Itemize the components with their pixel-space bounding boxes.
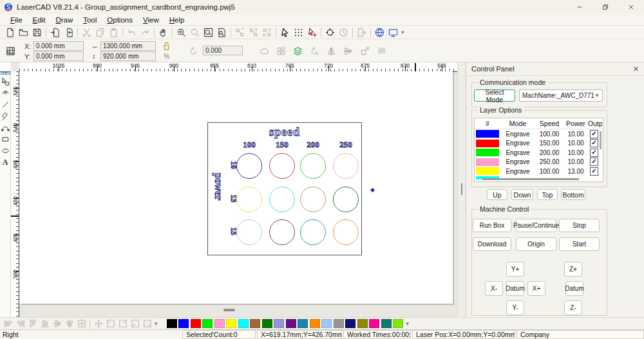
lock-ratio-icon[interactable]: [160, 40, 173, 52]
layer-color-swatch[interactable]: [476, 140, 499, 147]
jog-yplus-button[interactable]: Y+: [506, 262, 524, 277]
array-icon[interactable]: [292, 26, 305, 39]
toolbar-overflow-icon[interactable]: ▾: [401, 29, 404, 35]
align-overflow-icon[interactable]: ▾: [155, 320, 158, 327]
select-mode-button[interactable]: Select Mode: [474, 89, 515, 102]
pick-add-icon[interactable]: [305, 26, 319, 39]
pause-continue-button[interactable]: Pause/Continue: [516, 219, 556, 232]
display-icon[interactable]: [386, 26, 400, 39]
palette-color-swatch[interactable]: [393, 319, 403, 328]
x-position-input[interactable]: [33, 41, 84, 51]
width-input[interactable]: [100, 41, 156, 51]
layer-row[interactable]: Engrave150.0010.00✓: [475, 139, 603, 149]
rotate-angle-input[interactable]: [203, 46, 243, 55]
palette-color-swatch[interactable]: [274, 319, 284, 328]
layer-speed-cell[interactable]: 250.00: [535, 158, 564, 165]
jog-zminus-button[interactable]: Z-: [564, 300, 582, 315]
test-circle[interactable]: [300, 153, 326, 179]
test-circle[interactable]: [300, 219, 326, 245]
pen-tool[interactable]: [1, 111, 10, 121]
horizontal-scrollbar-thumb[interactable]: [223, 309, 235, 311]
stop-button[interactable]: Stop: [559, 219, 600, 232]
menu-help[interactable]: Help: [164, 15, 190, 24]
test-circle[interactable]: [300, 187, 326, 212]
minimize-button[interactable]: [567, 0, 592, 14]
test-circle[interactable]: [269, 187, 295, 212]
vertical-scrollbar-thumb[interactable]: [461, 183, 462, 195]
rectangle-tool[interactable]: [1, 134, 10, 144]
origin-button[interactable]: Origin: [516, 237, 556, 251]
network-icon[interactable]: [373, 26, 386, 39]
layer-speed-cell[interactable]: 150.00: [535, 140, 564, 147]
layer-mode-cell[interactable]: Engrave: [500, 149, 535, 156]
layer-color-swatch[interactable]: [476, 167, 499, 175]
palette-color-swatch[interactable]: [262, 319, 272, 328]
control-panel-close-icon[interactable]: ✕: [633, 65, 639, 73]
canvas-area[interactable]: 1035990945900855810765720675630585 58554…: [11, 62, 457, 317]
layer-row[interactable]: Engrave100.0013.00✓: [475, 167, 603, 176]
palette-color-swatch[interactable]: [226, 319, 236, 328]
menu-edit[interactable]: Edit: [28, 15, 51, 24]
palette-overflow-icon[interactable]: ▾: [406, 320, 410, 327]
layer-power-cell[interactable]: 10.00: [564, 149, 588, 156]
palette-color-swatch[interactable]: [238, 319, 249, 328]
new-icon[interactable]: [3, 26, 17, 39]
layer-color-swatch[interactable]: [476, 149, 499, 156]
layer-output-checkbox[interactable]: ✓: [590, 149, 598, 157]
curve-edit-tool[interactable]: [1, 88, 10, 98]
engraving-test-design[interactable]: speed100150200250power101315: [207, 122, 362, 255]
test-circle[interactable]: [333, 153, 359, 179]
palette-color-swatch[interactable]: [321, 319, 332, 328]
layer-output-checkbox[interactable]: ✓: [590, 139, 598, 147]
layer-table-hscrollbar[interactable]: [482, 178, 579, 180]
jog-xminus-button[interactable]: X-: [485, 281, 503, 296]
layer-output-checkbox[interactable]: ✓: [590, 167, 598, 176]
palette-color-swatch[interactable]: [334, 319, 344, 328]
palette-color-swatch[interactable]: [381, 319, 392, 328]
y-position-input[interactable]: [33, 51, 84, 61]
layer-power-cell[interactable]: 10.00: [564, 131, 588, 138]
jog-yminus-button[interactable]: Y-: [506, 300, 524, 315]
anchor-point-selector[interactable]: [4, 45, 17, 57]
test-circle[interactable]: [236, 153, 262, 179]
test-circle[interactable]: [236, 219, 262, 245]
layer-row[interactable]: Engrave100.0010.00✓: [475, 129, 603, 139]
node-edit-tool[interactable]: [1, 77, 10, 86]
palette-color-swatch[interactable]: [250, 319, 260, 328]
palette-color-swatch[interactable]: [369, 319, 379, 328]
line-tool[interactable]: [1, 100, 10, 109]
restore-button[interactable]: [592, 0, 618, 14]
menu-options[interactable]: Options: [102, 15, 138, 24]
zoom-in-icon[interactable]: [175, 26, 188, 39]
pan-icon[interactable]: [156, 26, 170, 39]
palette-color-swatch[interactable]: [357, 319, 368, 328]
zoom-select-icon[interactable]: [202, 26, 215, 39]
zoom-page-icon[interactable]: [215, 26, 229, 39]
height-input[interactable]: [100, 51, 156, 61]
palette-color-swatch[interactable]: [298, 319, 308, 328]
layer-speed-cell[interactable]: 200.00: [535, 149, 564, 156]
layer-row[interactable]: Engrave200.0010.00✓: [475, 148, 603, 158]
palette-color-swatch[interactable]: [214, 319, 225, 328]
layer-color-swatch[interactable]: [476, 130, 499, 138]
text-tool[interactable]: A: [1, 158, 10, 167]
jog-xplus-button[interactable]: X+: [527, 281, 545, 296]
palette-color-swatch[interactable]: [286, 319, 296, 328]
save-icon[interactable]: [30, 26, 44, 39]
layer-output-checkbox[interactable]: ✓: [590, 130, 598, 138]
layer-mode-cell[interactable]: Engrave: [500, 131, 535, 138]
machine-name-dropdown[interactable]: MachName:_AWC_D7715035 ▼: [519, 89, 603, 102]
top-layer-button[interactable]: Top: [537, 189, 558, 200]
open-icon[interactable]: [17, 26, 30, 39]
pick-icon[interactable]: [278, 26, 292, 39]
ellipse-tool[interactable]: [1, 146, 10, 156]
test-circle[interactable]: [269, 219, 295, 245]
vertical-scrollbar-track[interactable]: [457, 62, 466, 317]
layer-mode-cell[interactable]: Engrave: [500, 168, 535, 175]
export-icon[interactable]: [62, 26, 75, 39]
down-layer-button[interactable]: Down: [511, 189, 533, 200]
test-circle[interactable]: [269, 153, 295, 179]
download-button[interactable]: Download: [473, 237, 511, 251]
jog-datum-button[interactable]: Datum: [506, 281, 524, 296]
menu-file[interactable]: File: [5, 15, 28, 24]
